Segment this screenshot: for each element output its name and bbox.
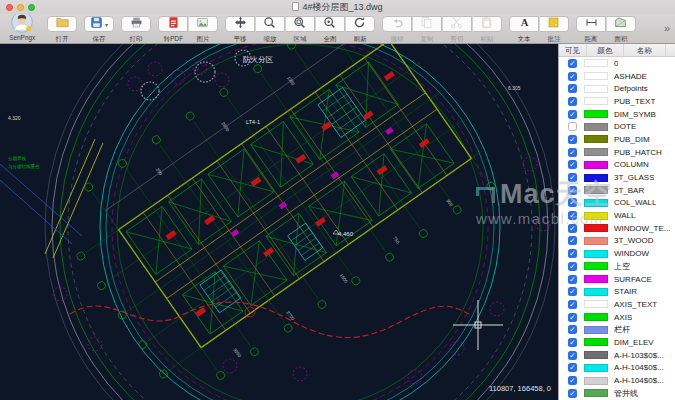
layer-row[interactable]: ✓3T_WOOD — [559, 235, 675, 248]
column-header-color[interactable]: 颜色 — [587, 44, 624, 56]
layer-visible-checkbox[interactable]: ✓ — [568, 148, 577, 157]
view-button-refresh[interactable]: 刷新 — [345, 16, 375, 44]
layer-visible-checkbox[interactable]: ✓ — [568, 389, 577, 398]
annotate-button-text[interactable]: A文本 — [509, 16, 539, 44]
layer-color-swatch[interactable] — [584, 377, 608, 385]
edit-button-copy[interactable]: 复制 — [412, 16, 442, 44]
cad-drawing[interactable]: 30502700150075030025026001350防火分区LT4-14.… — [0, 44, 558, 400]
layer-row[interactable]: ✓PUB_HATCH — [559, 146, 675, 159]
layer-visible-checkbox[interactable]: ✓ — [568, 135, 577, 144]
layer-color-swatch[interactable] — [584, 224, 608, 232]
drawing-canvas[interactable]: 30502700150075030025026001350防火分区LT4-14.… — [0, 44, 558, 400]
chevron-down-icon[interactable]: ▾ — [105, 21, 108, 28]
layer-color-swatch[interactable] — [584, 288, 608, 296]
layer-row[interactable]: ✓Defpoints — [559, 82, 675, 95]
layer-row[interactable]: ✓WALL — [559, 209, 675, 222]
layer-color-swatch[interactable] — [584, 135, 608, 143]
layer-color-swatch[interactable] — [584, 262, 608, 270]
layer-visible-checkbox[interactable]: ✓ — [568, 59, 577, 68]
layer-visible-checkbox[interactable]: ✓ — [568, 110, 577, 119]
print-button-printer[interactable]: 打印 — [121, 16, 151, 44]
layer-row[interactable]: ✓上空 — [559, 260, 675, 273]
layer-color-swatch[interactable] — [584, 85, 608, 93]
layer-color-swatch[interactable] — [584, 250, 608, 258]
layer-row[interactable]: ✓WINDOW_TE... — [559, 222, 675, 235]
view-button-zoom[interactable]: 缩放 — [255, 16, 285, 44]
layer-color-swatch[interactable] — [584, 351, 608, 359]
user-avatar-button[interactable]: SenPngx — [4, 16, 40, 41]
layer-visible-checkbox[interactable]: ✓ — [568, 262, 577, 271]
layer-visible-checkbox[interactable]: ✓ — [568, 275, 577, 284]
measure-button-ruler[interactable]: 距离 — [576, 16, 606, 44]
layer-visible-checkbox[interactable]: ✓ — [568, 351, 577, 360]
layer-color-swatch[interactable] — [584, 174, 608, 182]
toolbar-overflow-button[interactable]: » — [664, 22, 669, 34]
layer-row[interactable]: ✓AXIS_TEXT — [559, 298, 675, 311]
layer-row[interactable]: ✓A-H-104$0$... — [559, 374, 675, 387]
layer-row[interactable]: ✓COLUMN — [559, 159, 675, 172]
layer-row[interactable]: ✓PUB_TEXT — [559, 95, 675, 108]
layer-visible-checkbox[interactable]: ✓ — [568, 300, 577, 309]
layer-row[interactable]: DOTE — [559, 120, 675, 133]
layer-visible-checkbox[interactable]: ✓ — [568, 338, 577, 347]
layer-visible-checkbox[interactable]: ✓ — [568, 236, 577, 245]
layer-row[interactable]: ✓COL_WALL — [559, 197, 675, 210]
layer-color-swatch[interactable] — [584, 237, 608, 245]
layer-color-swatch[interactable] — [584, 59, 608, 67]
layer-visible-checkbox[interactable]: ✓ — [568, 97, 577, 106]
layer-visible-checkbox[interactable]: ✓ — [568, 211, 577, 220]
layer-color-swatch[interactable] — [584, 364, 608, 372]
layer-color-swatch[interactable] — [584, 123, 608, 131]
layer-color-swatch[interactable] — [584, 199, 608, 207]
layer-visible-checkbox[interactable]: ✓ — [568, 313, 577, 322]
layer-visible-checkbox[interactable] — [568, 122, 577, 131]
layer-row[interactable]: ✓AXIS — [559, 311, 675, 324]
layer-visible-checkbox[interactable]: ✓ — [568, 160, 577, 169]
layer-visible-checkbox[interactable]: ✓ — [568, 287, 577, 296]
layer-row[interactable]: ✓ASHADE — [559, 70, 675, 83]
layer-visible-checkbox[interactable]: ✓ — [568, 186, 577, 195]
layer-row[interactable]: ✓0 — [559, 57, 675, 70]
layer-color-swatch[interactable] — [584, 72, 608, 80]
layer-row[interactable]: ✓STAIR — [559, 285, 675, 298]
layer-color-swatch[interactable] — [584, 300, 608, 308]
edit-button-cut[interactable]: 剪切 — [442, 16, 472, 44]
layer-visible-checkbox[interactable]: ✓ — [568, 249, 577, 258]
layer-row[interactable]: ✓SURFACE — [559, 273, 675, 286]
layer-row[interactable]: ✓管井线 — [559, 387, 675, 400]
layer-color-swatch[interactable] — [584, 212, 608, 220]
layer-visible-checkbox[interactable]: ✓ — [568, 224, 577, 233]
layer-row[interactable]: ✓A-H-103$0$... — [559, 349, 675, 362]
edit-button-undo[interactable]: 撤销 — [382, 16, 412, 44]
column-header-visible[interactable]: 可见 — [559, 44, 587, 56]
layer-color-swatch[interactable] — [584, 275, 608, 283]
layer-row[interactable]: ✓PUB_DIM — [559, 133, 675, 146]
layer-color-swatch[interactable] — [584, 338, 608, 346]
edit-button-paste[interactable]: 粘贴 — [472, 16, 502, 44]
annotate-button-note[interactable]: 批注 — [539, 16, 569, 44]
layer-visible-checkbox[interactable]: ✓ — [568, 376, 577, 385]
layer-row[interactable]: ✓WINDOW — [559, 247, 675, 260]
save-button-save[interactable]: ▾保存 — [84, 16, 114, 44]
layer-color-swatch[interactable] — [584, 148, 608, 156]
layer-visible-checkbox[interactable]: ✓ — [568, 198, 577, 207]
layer-row[interactable]: ✓3T_GLASS — [559, 171, 675, 184]
layer-color-swatch[interactable] — [584, 326, 608, 334]
layer-color-swatch[interactable] — [584, 110, 608, 118]
view-button-pan[interactable]: 平移 — [225, 16, 255, 44]
layer-color-swatch[interactable] — [584, 186, 608, 194]
column-header-name[interactable]: 名称 — [624, 44, 666, 56]
layer-color-swatch[interactable] — [584, 161, 608, 169]
measure-button-area[interactable]: 面积 — [606, 16, 636, 44]
layer-visible-checkbox[interactable]: ✓ — [568, 363, 577, 372]
layer-color-swatch[interactable] — [584, 313, 608, 321]
layer-row[interactable]: ✓3T_BAR — [559, 184, 675, 197]
layer-visible-checkbox[interactable]: ✓ — [568, 325, 577, 334]
layer-row[interactable]: ✓DIM_SYMB — [559, 108, 675, 121]
export-button-pdf[interactable]: 转PDF — [158, 16, 188, 44]
layer-visible-checkbox[interactable]: ✓ — [568, 72, 577, 81]
layer-row[interactable]: ✓DIM_ELEV — [559, 336, 675, 349]
layer-color-swatch[interactable] — [584, 389, 608, 397]
layer-color-swatch[interactable] — [584, 97, 608, 105]
layer-row[interactable]: ✓A-H-104$0$... — [559, 362, 675, 375]
